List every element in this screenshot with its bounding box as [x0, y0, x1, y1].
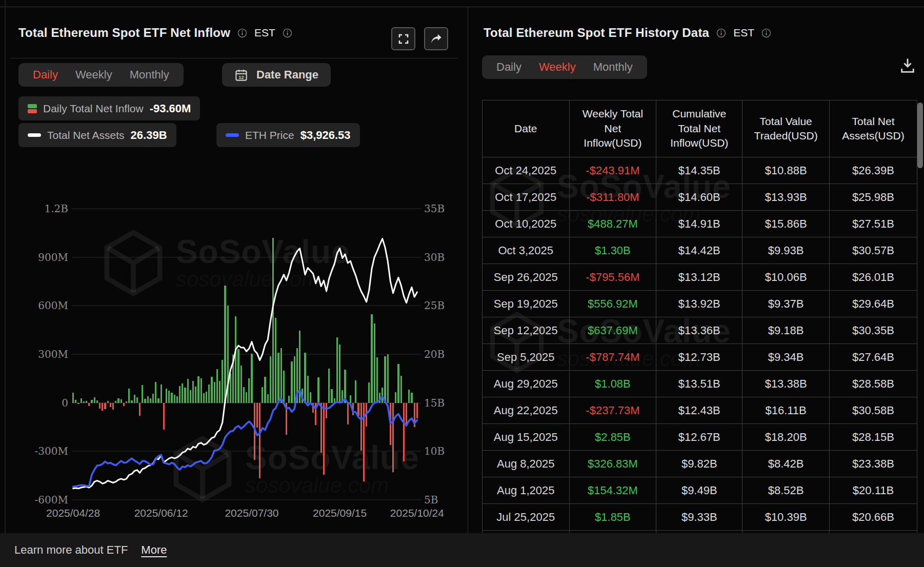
eth-line-legend-icon — [226, 133, 239, 137]
cell-cumulative: $12.43B — [656, 397, 742, 424]
info-icon[interactable] — [761, 28, 771, 38]
cell-date: Sep 5,2025 — [483, 344, 570, 371]
right-axis-tick: 5B — [424, 494, 438, 506]
download-button[interactable] — [898, 56, 917, 77]
inflow-bar — [75, 400, 76, 403]
cell-date: Oct 3,2025 — [483, 237, 570, 264]
inflow-bar — [208, 384, 210, 403]
history-table: DateWeekly Total Net Inflow(USD)Cumulati… — [482, 100, 917, 533]
cell-date: Aug 22,2025 — [483, 397, 570, 424]
date-range-button[interactable]: 12 Date Range — [222, 63, 331, 87]
tab-daily[interactable]: Daily — [496, 60, 521, 74]
cell-cumulative: $13.12B — [656, 264, 742, 291]
tab-weekly[interactable]: Weekly — [75, 68, 112, 82]
inflow-bar — [371, 314, 372, 403]
inflow-bar — [160, 384, 162, 403]
inflow-bar — [307, 376, 309, 403]
legend-daily-inflow[interactable]: Daily Total Net Inflow -93.60M — [18, 96, 200, 120]
cell-cumulative: $14.42B — [656, 237, 742, 264]
legend-value: 26.39B — [131, 129, 167, 142]
inflow-bar — [416, 403, 418, 418]
cell-assets: $26.01B — [830, 264, 917, 291]
inflow-bar — [83, 401, 85, 403]
more-link[interactable]: More — [141, 543, 167, 557]
inflow-bar — [259, 403, 260, 478]
right-axis-tick: 20B — [424, 348, 445, 360]
table-row: Aug 22,2025-$237.73M$12.43B$16.11B$30.58… — [483, 397, 917, 424]
table-row: Aug 1,2025$154.32M$9.49B$8.52B$20.11B — [483, 477, 917, 504]
cell-date: Aug 1,2025 — [483, 477, 570, 504]
inflow-bar — [88, 403, 90, 406]
inflow-bar — [336, 337, 338, 403]
share-button[interactable] — [424, 27, 448, 50]
x-axis-tick: 2025/09/15 — [313, 507, 367, 519]
cell-date: Aug 29,2025 — [483, 371, 570, 397]
net-inflow-chart[interactable]: 1.2B35B900M30B600M25B300M20B015B-300M10B… — [11, 169, 462, 523]
inflow-bar — [150, 398, 151, 403]
inflow-bar — [304, 353, 306, 403]
inflow-bar — [397, 364, 399, 403]
table-row: Sep 26,2025-$795.56M$13.12B$10.06B$26.01… — [483, 264, 917, 291]
tab-monthly[interactable]: Monthly — [130, 68, 169, 82]
cell-cumulative: $9.33B — [656, 504, 742, 531]
cell-date: Sep 12,2025 — [483, 317, 570, 344]
inflow-bar — [323, 403, 325, 475]
cell-date: Oct 17,2025 — [483, 184, 570, 211]
inflow-bar — [363, 403, 365, 481]
panel-divider — [468, 7, 468, 533]
column-header: Cumulative Total Net Inflow(USD) — [656, 100, 742, 157]
table-scrollbar-thumb[interactable] — [917, 103, 923, 168]
cell-inflow: $1.30B — [569, 237, 656, 264]
legend-label: Total Net Assets — [47, 129, 125, 141]
legend-net-assets[interactable]: Total Net Assets 26.39B — [18, 123, 176, 147]
cell-traded: $8.52B — [742, 477, 830, 504]
inflow-bar — [272, 238, 274, 403]
table-row: Aug 15,2025$2.85B$12.67B$18.20B$28.15B — [483, 424, 917, 451]
info-icon[interactable] — [283, 28, 292, 38]
inflow-bar — [134, 395, 135, 403]
inflow-bar — [368, 382, 370, 403]
cell-assets: $28.15B — [830, 424, 917, 451]
right-axis-tick: 25B — [424, 299, 445, 312]
inflow-bar — [206, 392, 207, 403]
inflow-bar — [310, 392, 311, 403]
inflow-bar — [139, 403, 140, 416]
cell-inflow: $556.92M — [569, 291, 656, 317]
info-icon[interactable] — [716, 28, 726, 38]
fullscreen-button[interactable] — [391, 27, 415, 50]
inflow-bar — [277, 353, 279, 403]
inflow-bar — [246, 392, 247, 403]
tab-monthly[interactable]: Monthly — [593, 60, 633, 74]
inflow-bar — [224, 286, 226, 403]
inflow-bar — [320, 403, 322, 453]
cell-assets: $30.35B — [830, 317, 917, 344]
column-header: Date — [483, 100, 570, 157]
footer-text: Learn more about ETF — [14, 543, 128, 557]
cell-inflow: -$243.91M — [569, 157, 656, 184]
inflow-bar — [115, 401, 116, 403]
cell-cumulative: $13.92B — [656, 291, 742, 317]
etf-dashboard: SoSoValue sosovalue.com SoSoValue sosova… — [0, 0, 924, 567]
cell-traded: $9.93B — [742, 237, 830, 264]
assets-line-legend-icon — [28, 133, 41, 137]
tab-weekly[interactable]: Weekly — [539, 60, 576, 74]
left-panel-header: Total Ethereum Spot ETF Net Inflow EST — [18, 26, 292, 40]
legend-eth-price[interactable]: ETH Price $3,926.53 — [216, 123, 360, 147]
top-divider — [0, 7, 924, 7]
tab-daily[interactable]: Daily — [33, 68, 58, 82]
inflow-bar — [347, 403, 349, 424]
cell-cumulative: $12.67B — [656, 424, 742, 451]
left-axis-tick: 900M — [38, 251, 68, 264]
info-icon[interactable] — [237, 28, 247, 38]
table-row: Aug 8,2025$326.83M$9.82B$8.42B$23.38B — [483, 451, 917, 477]
inflow-bar — [235, 316, 236, 403]
fullscreen-icon — [397, 33, 410, 45]
inflow-bar — [288, 396, 290, 403]
inflow-bar — [374, 323, 375, 403]
right-axis-tick: 15B — [424, 397, 445, 409]
cell-assets: $20.66B — [830, 504, 917, 531]
inflow-bar — [136, 397, 138, 403]
inflow-bar — [77, 403, 79, 404]
inflow-bar — [142, 385, 143, 403]
cell-assets: $23.38B — [830, 451, 917, 477]
